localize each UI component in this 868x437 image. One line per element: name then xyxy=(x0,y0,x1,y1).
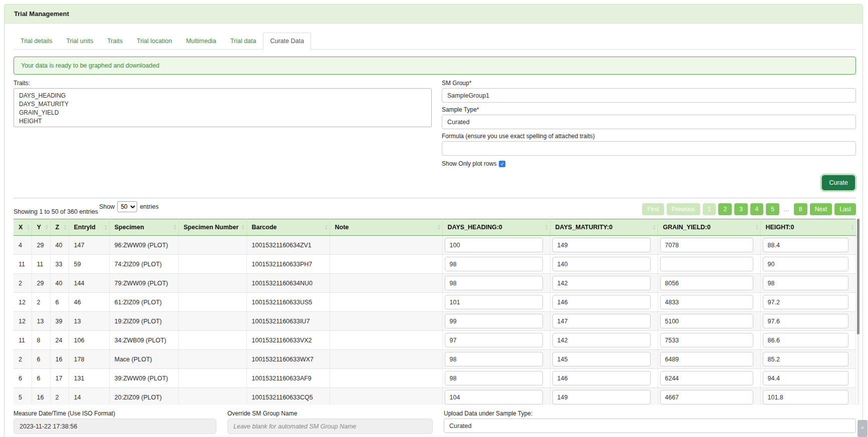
tab-curate-data[interactable]: Curate Data xyxy=(263,33,311,50)
page-size-select[interactable]: 50 xyxy=(117,201,137,212)
traits-option[interactable]: HEIGHT xyxy=(14,117,431,125)
pagination-page-8[interactable]: 8 xyxy=(794,203,807,215)
traits-option[interactable]: DAYS_HEADING xyxy=(14,91,431,100)
trait-input-days-heading-0[interactable] xyxy=(445,295,543,309)
cell-z: 39 xyxy=(50,312,69,331)
column-header-days-maturity-0[interactable]: DAYS_MATURITY:0▲▼ xyxy=(550,219,658,236)
column-header-barcode[interactable]: Barcode▲▼ xyxy=(246,219,330,236)
column-header-height-0[interactable]: HEIGHT:0▲▼ xyxy=(760,219,856,236)
table-scrollbar-thumb[interactable] xyxy=(857,219,859,334)
pagination-last[interactable]: Last xyxy=(834,203,856,215)
trait-input-days-heading-0[interactable] xyxy=(445,314,543,328)
trait-input-days-maturity-0[interactable] xyxy=(552,314,651,328)
cell-grain-yield-0 xyxy=(658,369,760,388)
cell-note xyxy=(330,274,442,293)
override-sm-group-input[interactable] xyxy=(227,418,433,434)
table-scrollbar[interactable] xyxy=(857,219,859,405)
trait-input-days-heading-0[interactable] xyxy=(445,352,543,366)
trait-input-height-0[interactable] xyxy=(763,238,849,252)
cell-barcode: 10015321160634NU0 xyxy=(246,274,330,293)
trait-input-days-maturity-0[interactable] xyxy=(552,352,651,366)
column-header-x[interactable]: X▲▼ xyxy=(14,219,32,236)
cell-specimen-number xyxy=(178,274,246,293)
pagination-page-2[interactable]: 2 xyxy=(718,203,732,215)
cell-specimen: 79:ZWW09 (PLOT) xyxy=(109,274,178,293)
sample-type-input[interactable] xyxy=(442,115,856,129)
trait-input-height-0[interactable] xyxy=(763,371,849,385)
trait-input-days-maturity-0[interactable] xyxy=(552,257,651,271)
pagination-page-4[interactable]: 4 xyxy=(750,203,764,215)
trait-input-days-heading-0[interactable] xyxy=(445,257,543,271)
column-header-grain-yield-0[interactable]: GRAIN_YIELD:0▲▼ xyxy=(658,219,760,236)
column-header-specimen-number[interactable]: Specimen Number▲▼ xyxy=(178,219,246,236)
tab-trial-data[interactable]: Trial data xyxy=(223,33,263,50)
trait-input-height-0[interactable] xyxy=(763,333,849,347)
trait-input-grain-yield-0[interactable] xyxy=(660,276,753,290)
upload-sample-type-input[interactable] xyxy=(444,418,856,433)
trait-input-days-heading-0[interactable] xyxy=(445,333,543,347)
trait-input-days-maturity-0[interactable] xyxy=(552,295,651,309)
trait-input-days-maturity-0[interactable] xyxy=(552,371,651,385)
tab-trial-details[interactable]: Trial details xyxy=(14,33,59,50)
tab-traits[interactable]: Traits xyxy=(100,33,130,50)
cell-entry-id: 178 xyxy=(69,350,109,369)
traits-listbox[interactable]: DAYS_HEADINGDAYS_MATURITYGRAIN_YIELDHEIG… xyxy=(14,88,432,127)
cell-specimen-number xyxy=(178,369,246,388)
trait-input-grain-yield-0[interactable] xyxy=(660,352,753,366)
tab-trial-units[interactable]: Trial units xyxy=(59,33,100,50)
column-header-specimen[interactable]: Specimen▲▼ xyxy=(109,219,178,236)
cell-grain-yield-0 xyxy=(658,255,760,274)
measure-date-input[interactable] xyxy=(14,418,216,434)
column-header-days-heading-0[interactable]: DAYS_HEADING:0▲▼ xyxy=(442,219,550,236)
trait-input-height-0[interactable] xyxy=(763,295,849,309)
trait-input-days-heading-0[interactable] xyxy=(445,238,543,252)
cell-specimen: 74:ZIZ09 (PLOT) xyxy=(109,255,178,274)
table-body: 4294014796:ZWW09 (PLOT)10015321160634ZV1… xyxy=(14,236,856,405)
trait-input-height-0[interactable] xyxy=(763,276,849,290)
trait-input-days-heading-0[interactable] xyxy=(445,276,543,290)
trait-input-days-heading-0[interactable] xyxy=(445,390,543,404)
sm-group-input[interactable] xyxy=(442,88,856,103)
cell-note xyxy=(330,236,442,255)
traits-option[interactable]: GRAIN_YIELD xyxy=(14,108,431,117)
trait-input-days-heading-0[interactable] xyxy=(445,371,543,385)
pagination-next[interactable]: Next xyxy=(810,203,832,215)
column-header-y[interactable]: Y▲▼ xyxy=(32,219,50,236)
trait-input-height-0[interactable] xyxy=(763,314,849,328)
trait-input-height-0[interactable] xyxy=(763,352,849,366)
cell-height-0 xyxy=(760,293,856,312)
success-alert: Your data is ready to be graphed and dow… xyxy=(14,57,856,75)
trait-input-grain-yield-0[interactable] xyxy=(660,295,753,309)
pagination-page-3[interactable]: 3 xyxy=(734,203,748,215)
tab-trial-location[interactable]: Trial location xyxy=(130,33,179,50)
cell-days-maturity-0 xyxy=(550,350,658,369)
trait-input-days-maturity-0[interactable] xyxy=(552,276,651,290)
pagination-page-5[interactable]: 5 xyxy=(766,203,779,215)
traits-option[interactable]: DAYS_MATURITY xyxy=(14,100,431,108)
show-only-plot-rows-checkbox[interactable]: ✓ xyxy=(499,161,505,167)
cell-height-0 xyxy=(760,388,856,405)
trait-input-grain-yield-0[interactable] xyxy=(660,238,753,252)
trait-input-grain-yield-0[interactable] xyxy=(660,314,753,328)
trait-input-height-0[interactable] xyxy=(763,257,849,271)
column-header-note[interactable]: Note▲▼ xyxy=(330,219,442,236)
trait-input-grain-yield-0[interactable] xyxy=(660,371,753,385)
trait-input-days-maturity-0[interactable] xyxy=(552,238,651,252)
formula-input[interactable] xyxy=(442,141,856,156)
table-row: 51621420:ZIZ09 (PLOT)10015321160633CQ5 xyxy=(14,388,856,405)
column-header-z[interactable]: Z▲▼ xyxy=(50,219,69,236)
cell-y: 29 xyxy=(32,236,50,255)
table-row: 661713139:ZWW09 (PLOT)10015321160633AF9 xyxy=(14,369,856,388)
table-row: 2294014479:ZWW09 (PLOT)10015321160634NU0 xyxy=(14,274,856,293)
cell-grain-yield-0 xyxy=(658,350,760,369)
trait-input-grain-yield-0[interactable] xyxy=(660,257,753,271)
tab-multimedia[interactable]: Multimedia xyxy=(179,33,223,50)
trait-input-height-0[interactable] xyxy=(763,390,849,404)
scroll-up-button[interactable]: ^ xyxy=(857,420,867,437)
trait-input-grain-yield-0[interactable] xyxy=(660,333,753,347)
curate-button[interactable]: Curate xyxy=(822,175,855,190)
trait-input-days-maturity-0[interactable] xyxy=(552,333,651,347)
trait-input-days-maturity-0[interactable] xyxy=(552,390,651,404)
trait-input-grain-yield-0[interactable] xyxy=(660,390,753,404)
column-header-entry-id[interactable]: EntryId▲▼ xyxy=(69,219,109,236)
